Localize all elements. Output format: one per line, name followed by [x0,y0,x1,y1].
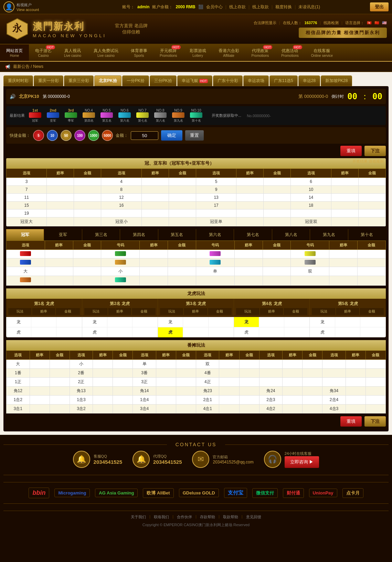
ft-1nian3[interactable]: 1念3 [70,396,93,405]
deposit-help-link[interactable]: 存款帮助 [200,514,215,520]
ft-2nian4[interactable]: 2念4 [322,396,346,405]
dt-c5-tiger[interactable]: 虎 [310,327,335,337]
ft-3zheng[interactable]: 3正 [133,378,156,387]
tab-cq-1min[interactable]: 重庆一分彩 [34,75,63,86]
car-tab-4th[interactable]: 第四名 [120,229,158,241]
confirm-button[interactable]: 确定 [161,130,182,141]
car-tab-7th[interactable]: 第七名 [234,229,272,241]
dt-c5-dragon[interactable]: 龙 [310,317,335,327]
tab-3min-pk10[interactable]: 三分PK拾 [150,75,177,86]
car-cell-5[interactable] [196,250,234,258]
chip-1000[interactable]: 1000 [88,130,99,141]
rules-link[interactable]: 开奖结果 游戏规则 [350,158,386,165]
deposit-link[interactable]: 线上存款 [229,4,246,10]
logout-button[interactable]: 登出 [370,2,389,11]
nav-item-hk[interactable]: 香港六合彩 Affiliate [212,44,245,61]
ft-1nian2[interactable]: 1念2 [7,396,30,405]
car-cell-small[interactable]: 小 [101,267,140,276]
ft-3nian4[interactable]: 3念4 [133,405,156,413]
car-cell-3[interactable] [101,250,140,258]
ft-jiao14[interactable]: 角14 [133,387,156,396]
crown-cell-6[interactable]: 6 [291,178,331,186]
member-center-link[interactable]: 会员中心 [206,4,223,10]
tab-1min-pk10[interactable]: 一分PK拾 [122,75,149,86]
crown-cell-big[interactable]: 冠亚大 [7,217,47,226]
car-cell-odd[interactable]: 单 [196,267,234,276]
crown-cell-13[interactable]: 13 [196,194,236,202]
partner-link[interactable]: 合作伙伴 [177,514,192,520]
contact-link[interactable]: 联络我们 [154,514,169,520]
ft-jiao13[interactable]: 角13 [70,387,93,396]
network-check[interactable]: 线路检测 [324,20,339,25]
crown-cell-7[interactable]: 7 [7,186,47,194]
nav-item-sports[interactable]: 体育赛事 Sports [125,44,153,61]
chip-5000[interactable]: 5000 [102,130,113,141]
ft-2nian3[interactable]: 2念3 [259,396,283,405]
ft-3fan[interactable]: 3番 [133,369,156,378]
dt-c4-tiger[interactable]: 虎 [234,327,259,337]
ft-3nian1[interactable]: 3念1 [7,405,30,413]
withdraw-help-link[interactable]: 取款帮助 [223,514,238,520]
nav-item-chess[interactable]: HOT 开元棋牌 Promotions [153,44,183,61]
chip-10[interactable]: 10 [47,130,58,141]
tab-bj-pk10[interactable]: 北京PK拾 [94,75,121,86]
crown-cell-12[interactable]: 12 [101,194,141,202]
nav-item-live-free[interactable]: 真人免费试玩 Live casino [87,44,125,61]
car-cell-1[interactable] [7,250,45,258]
ft-jiao34[interactable]: 角34 [322,387,346,396]
tab-sg-pk28[interactable]: 新加坡PK28 [321,75,352,86]
car-tab-2nd[interactable]: 亚军 [44,229,82,241]
nav-item-casino[interactable]: HOT 电子游艺 Casino [29,44,58,61]
nav-item-lottery[interactable]: 彩票游戏 Lottery [183,44,212,61]
ft-3nian2[interactable]: 3念2 [70,405,93,413]
car-tab-5th[interactable]: 第五名 [158,229,196,241]
withdraw-link[interactable]: 线上取款 [252,4,269,10]
ft-4fan[interactable]: 4番 [196,369,219,378]
tab-lucky-farm[interactable]: 幸运农场 [243,75,269,86]
crown-cell-4[interactable]: 4 [101,178,141,186]
crown-cell-9[interactable]: 9 [196,186,236,194]
car-cell-9[interactable] [7,276,45,286]
ft-odd[interactable]: 单 [133,360,156,369]
crown-cell-18[interactable]: 18 [291,202,331,210]
nav-item-live[interactable]: 真人视讯 Live casino [58,44,87,61]
car-cell-big[interactable]: 大 [7,267,45,276]
place-button-bottom[interactable]: 下注 [364,416,386,427]
ft-1fan[interactable]: 1番 [7,369,30,378]
crown-cell-8[interactable]: 8 [101,186,141,194]
ft-4zheng[interactable]: 4正 [196,378,219,387]
ft-jiao23[interactable]: 角23 [196,387,219,396]
crown-cell-3[interactable]: 3 [7,178,47,186]
car-cell-even[interactable]: 双 [291,267,329,276]
feedback-link[interactable]: 意见回馈 [246,514,261,520]
crown-cell-15[interactable]: 15 [7,202,47,210]
ft-2zheng[interactable]: 2正 [70,378,93,387]
transfer-link[interactable]: 额度转换 [275,4,292,10]
tab-gd-11-5[interactable]: 广东11选5 [269,75,298,86]
dt-c1-dragon[interactable]: 龙 [6,317,31,327]
tab-lucky-boat[interactable]: 幸运飞艇HOT [177,75,212,86]
dt-c1-tiger[interactable]: 虎 [6,327,31,337]
dt-c3-tiger[interactable]: 虎 [158,327,183,337]
reset-button[interactable]: 重置 [185,130,204,141]
crown-cell-even[interactable]: 冠亚双 [291,217,331,226]
ft-4nian2[interactable]: 4念2 [259,405,283,413]
dt-c3-dragon[interactable]: 龙 [158,317,183,327]
ft-1zheng[interactable]: 1正 [7,378,30,387]
lang-icon-hk[interactable]: 🇭🇰 [367,21,372,25]
ft-even[interactable]: 双 [196,360,219,369]
car-tab-1st[interactable]: 冠军 [6,229,44,241]
car-cell-6[interactable] [196,258,234,267]
crown-cell-19[interactable]: 19 [7,210,47,217]
refill-button-bottom[interactable]: 重填 [340,416,362,427]
legal-label[interactable]: 合法牌照显示 [254,20,276,25]
car-tab-6th[interactable]: 第六名 [196,229,234,241]
ft-jiao24[interactable]: 角24 [259,387,283,396]
tab-cq-instant[interactable]: 重庆时时彩 [3,75,33,86]
ft-big[interactable]: 大 [7,360,30,369]
car-tab-10th[interactable]: 第十名 [348,229,386,241]
chip-5[interactable]: 5 [33,130,44,141]
car-tab-3rd[interactable]: 第三名 [82,229,120,241]
ft-jiao12[interactable]: 角12 [7,387,30,396]
dt-c4-dragon[interactable]: 龙 [234,317,259,327]
